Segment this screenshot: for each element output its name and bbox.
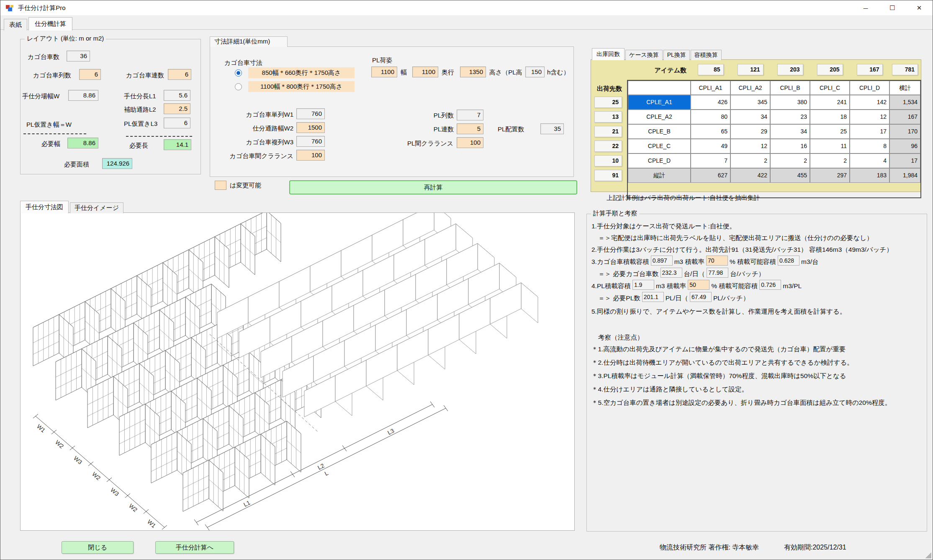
calc-line: ＊1.高流動の出荷先及びアイテムに物量が集中するので発送先（カゴ台車）配置が重要 — [591, 343, 926, 355]
row-count-box: 22 — [594, 141, 622, 152]
row-name-cell[interactable]: 縦計 — [628, 168, 691, 183]
value-cell[interactable]: 183 — [850, 168, 889, 183]
row-name-cell[interactable]: CPLE_C — [628, 139, 691, 153]
cart-size-radio-850-label[interactable]: 850幅＊660奥行＊1750高さ — [248, 67, 355, 78]
value-cell[interactable]: 80 — [691, 110, 730, 124]
value-cell[interactable]: 11 — [810, 139, 850, 153]
pl-height-field[interactable]: 1350 — [460, 66, 486, 77]
shipment-table-note: 上記計算例はバラ出荷の出荷ルート:自社便を抽出集計 — [607, 194, 760, 202]
row-name-cell[interactable]: CPLE_A2 — [628, 110, 691, 124]
tab-pl-conversion[interactable]: PL換算 — [663, 50, 690, 60]
row-count-box: 13 — [594, 111, 622, 123]
value-cell[interactable]: 2 — [810, 153, 850, 168]
value-cell[interactable]: 345 — [730, 95, 770, 110]
maximize-button[interactable]: ☐ — [879, 0, 906, 15]
value-cell[interactable]: 1,984 — [889, 168, 920, 183]
pl-depth-unit: 奥行 — [442, 69, 454, 77]
calc-inline-field: 201.1 — [642, 292, 664, 302]
value-cell[interactable]: 49 — [691, 139, 730, 153]
cart-clear-field[interactable]: 100 — [296, 150, 325, 161]
value-cell[interactable]: 29 — [730, 124, 770, 139]
calc-inline-field[interactable]: 50 — [688, 280, 709, 290]
value-cell[interactable]: 2 — [730, 153, 770, 168]
value-cell[interactable]: 422 — [730, 168, 770, 183]
col-header-cell[interactable]: 横計 — [889, 81, 920, 95]
cart-size-radio-1100-label[interactable]: 1100幅＊800奥行＊1750高さ — [248, 81, 355, 92]
value-cell[interactable]: 627 — [691, 168, 730, 183]
aisle-w2-field[interactable]: 1500 — [296, 122, 325, 133]
pl-runs-field[interactable]: 5 — [457, 123, 483, 134]
calc-line: ＊3.PL積載率はモジュール計算（満載保管時）70%程度、混載出庫時は50%以下… — [591, 370, 926, 382]
value-cell[interactable]: 17 — [889, 153, 920, 168]
row-name-cell[interactable]: CPLE_B — [628, 124, 691, 139]
tab-dimension-drawing[interactable]: 手仕分寸法図 — [20, 201, 69, 213]
value-cell[interactable]: 1,534 — [889, 95, 920, 110]
editable-legend-label: は変更可能 — [230, 182, 261, 189]
to-hand-sorting-calc-button[interactable]: 手仕分計算へ — [155, 541, 234, 554]
value-cell[interactable]: 16 — [770, 139, 810, 153]
value-cell[interactable]: 34 — [770, 124, 810, 139]
col-header-cell[interactable]: CPLI_B — [770, 81, 810, 95]
pl-clear-field[interactable]: 100 — [457, 137, 483, 148]
calc-text: ＊2.仕分時は出荷待機エリアが開いているので出荷エリアと共有するできるか検討する… — [591, 359, 853, 366]
calc-text: % 積載可能容積 — [730, 258, 776, 265]
value-cell[interactable]: 18 — [810, 110, 850, 124]
value-cell[interactable]: 167 — [889, 110, 920, 124]
tab-case-conversion[interactable]: ケース換算 — [625, 50, 663, 60]
col-header-cell[interactable]: CPLI_A1 — [691, 81, 730, 95]
cart-w3-label: カゴ台車複列W3 — [226, 138, 293, 146]
tab-sorting-calc[interactable]: 仕分機計算 — [28, 17, 72, 31]
value-cell[interactable]: 17 — [850, 124, 889, 139]
calc-inline-field: 1.9 — [632, 280, 654, 290]
value-cell[interactable]: 170 — [889, 124, 920, 139]
resize-grip[interactable] — [925, 552, 931, 558]
col-header-cell[interactable]: CPLI_D — [850, 81, 889, 95]
value-cell[interactable]: 65 — [691, 124, 730, 139]
value-cell[interactable]: 142 — [850, 95, 889, 110]
calc-text: ＊1.高流動の出荷先及びアイテムに物量が集中するので発送先（カゴ台車）配置が重要 — [591, 345, 846, 353]
value-cell[interactable]: 4 — [850, 153, 889, 168]
value-cell[interactable]: 34 — [730, 110, 770, 124]
value-cell[interactable]: 8 — [850, 139, 889, 153]
row-name-cell[interactable]: CPLE_D — [628, 153, 691, 168]
value-cell[interactable]: 7 — [691, 153, 730, 168]
tab-shipment-count[interactable]: 出庫回数 — [592, 48, 625, 60]
value-cell[interactable]: 2 — [770, 153, 810, 168]
calc-inline-field[interactable]: 70 — [706, 256, 728, 266]
pl-shape-label: PL荷姿 — [372, 56, 392, 64]
app-icon — [5, 4, 14, 12]
pl-width-field[interactable]: 1100 — [371, 66, 397, 77]
row-name-cell[interactable]: CPLE_A1 — [628, 95, 691, 110]
calc-line: ＊4.仕分けエリアは通路と隣接しているとして設定。 — [591, 384, 926, 395]
tab-sorting-image[interactable]: 手仕分イメージ — [70, 202, 123, 213]
value-cell[interactable]: 241 — [810, 95, 850, 110]
cart-size-radio-1100[interactable] — [235, 83, 242, 90]
minimize-button[interactable]: ─ — [852, 0, 879, 15]
cart-runs-field[interactable]: 6 — [168, 69, 191, 80]
col-header-cell[interactable]: CPLI_A2 — [730, 81, 770, 95]
value-cell[interactable]: 96 — [889, 139, 920, 153]
tab-volume-conversion[interactable]: 容積換算 — [691, 50, 722, 60]
value-cell[interactable]: 426 — [691, 95, 730, 110]
value-cell[interactable]: 455 — [770, 168, 810, 183]
value-cell[interactable]: 25 — [810, 124, 850, 139]
pl-depth-field[interactable]: 1100 — [412, 66, 438, 77]
close-button[interactable]: 閉じる — [62, 541, 134, 554]
recalculate-button[interactable]: 再計算 — [289, 180, 577, 194]
value-cell[interactable]: 23 — [770, 110, 810, 124]
req-area-label: 必要面積 — [64, 161, 89, 169]
window-title: 手仕分け計算Pro — [18, 4, 66, 12]
value-cell[interactable]: 297 — [810, 168, 850, 183]
tab-cover[interactable]: 表紙 — [4, 19, 27, 31]
aux-aisle-field[interactable]: 2.5 — [164, 103, 190, 114]
copyright-text: 物流技術研究所 著作権: 寺本敏幸 — [660, 543, 759, 552]
value-cell[interactable]: 380 — [770, 95, 810, 110]
close-icon[interactable]: ✕ — [906, 0, 933, 15]
cart-cols-field[interactable]: 6 — [79, 69, 101, 80]
value-cell[interactable]: 12 — [850, 110, 889, 124]
cart-size-radio-850[interactable] — [235, 69, 242, 77]
col-header-cell[interactable]: CPLI_C — [810, 81, 850, 95]
value-cell[interactable]: 12 — [730, 139, 770, 153]
corner-cell[interactable] — [628, 81, 691, 95]
pl-place-label: PL配置数 — [498, 125, 524, 133]
